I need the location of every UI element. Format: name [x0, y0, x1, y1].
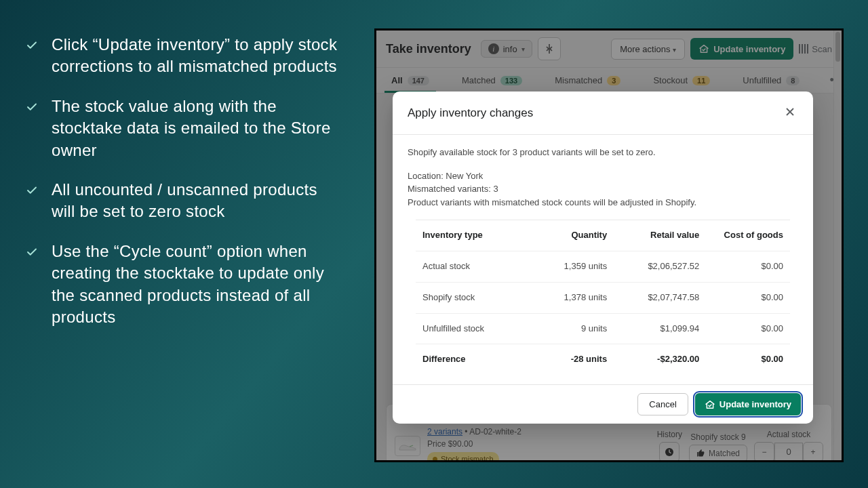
table-row: Shopify stock1,378 units$2,07,747.58$0.0… — [416, 283, 790, 314]
table-row: Actual stock1,359 units$2,06,527.52$0.00 — [416, 251, 790, 283]
modal-lead-text: Shopify available stock for 3 product va… — [408, 146, 798, 160]
bullet-item: Use the “Cycle count” option when creati… — [26, 241, 344, 329]
home-check-icon — [705, 399, 715, 410]
app-window: Take inventory i info ▾ More actions ▾ U… — [374, 28, 844, 462]
bullet-text: Click “Update inventory” to apply stock … — [52, 34, 344, 78]
modal-mismatch-count: Mismatched variants: 3 — [408, 182, 798, 196]
modal-note: Product variants with mismatched stock c… — [408, 196, 798, 209]
bullet-item: Click “Update inventory” to apply stock … — [26, 34, 344, 78]
modal-title: Apply inventory changes — [408, 106, 533, 120]
inventory-table: Inventory type Quantity Retail value Cos… — [416, 220, 790, 375]
close-icon — [785, 106, 795, 117]
bullet-text: All uncounted / unscanned products will … — [52, 179, 344, 223]
apply-changes-modal: Apply inventory changes Shopify availabl… — [393, 92, 813, 424]
bullet-item: All uncounted / unscanned products will … — [26, 179, 344, 223]
modal-close-button[interactable] — [782, 102, 798, 123]
check-icon — [26, 184, 38, 199]
modal-location: Location: New York — [408, 169, 798, 183]
slide-bullet-list: Click “Update inventory” to apply stock … — [26, 34, 344, 346]
table-row: Unfulfilled stock9 units$1,099.94$0.00 — [416, 314, 790, 345]
bullet-item: The stock value along with the stocktake… — [26, 96, 344, 161]
bullet-text: Use the “Cycle count” option when creati… — [52, 241, 344, 329]
cancel-button[interactable]: Cancel — [637, 393, 688, 415]
update-inventory-confirm-button[interactable]: Update inventory — [695, 393, 801, 415]
table-header-row: Inventory type Quantity Retail value Cos… — [416, 220, 790, 251]
bullet-text: The stock value along with the stocktake… — [52, 96, 344, 161]
check-icon — [26, 101, 38, 116]
check-icon — [26, 246, 38, 261]
check-icon — [26, 39, 38, 54]
table-difference-row: Difference -28 units -$2,320.00 $0.00 — [416, 344, 790, 375]
